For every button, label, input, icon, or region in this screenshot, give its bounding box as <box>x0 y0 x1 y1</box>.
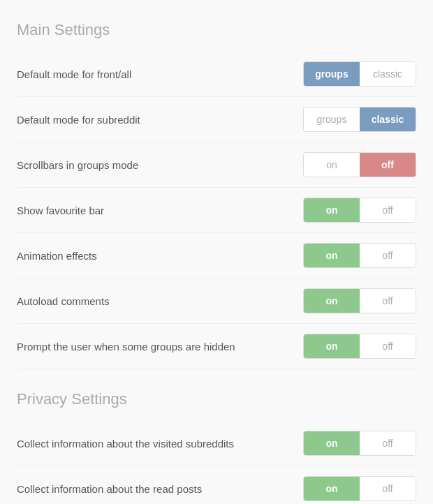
setting-label-default-mode-front: Default mode for front/all <box>17 67 254 82</box>
toggle-group-collect-visited-subreddits: onoff <box>303 431 416 456</box>
setting-row-autoload-comments: Autoload commentsonoff <box>17 279 416 324</box>
toggle-btn-animation-effects-on[interactable]: on <box>304 244 360 267</box>
privacy-settings-section: Privacy Settings Collect information abo… <box>17 390 416 504</box>
toggle-group-default-mode-front: groupsclassic <box>303 61 416 87</box>
setting-row-collect-visited-subreddits: Collect information about the visited su… <box>17 421 416 466</box>
setting-row-prompt-hidden-groups: Prompt the user when some groups are hid… <box>17 324 416 369</box>
setting-row-collect-read-posts: Collect information about the read posts… <box>17 466 416 504</box>
toggle-btn-collect-visited-subreddits-off[interactable]: off <box>360 431 416 455</box>
privacy-settings-title: Privacy Settings <box>17 390 416 408</box>
toggle-btn-show-favourite-bar-off[interactable]: off <box>360 198 416 222</box>
main-settings-section: Main Settings Default mode for front/all… <box>17 21 416 369</box>
setting-label-collect-visited-subreddits: Collect information about the visited su… <box>17 436 254 451</box>
setting-label-prompt-hidden-groups: Prompt the user when some groups are hid… <box>17 339 254 354</box>
toggle-group-show-favourite-bar: onoff <box>303 198 416 223</box>
toggle-btn-prompt-hidden-groups-off[interactable]: off <box>360 334 416 358</box>
toggle-btn-default-mode-front-classic[interactable]: classic <box>360 62 416 86</box>
main-settings-list: Default mode for front/allgroupsclassicD… <box>17 52 416 369</box>
toggle-btn-collect-read-posts-off[interactable]: off <box>360 477 416 501</box>
toggle-group-animation-effects: onoff <box>303 243 416 268</box>
toggle-btn-show-favourite-bar-on[interactable]: on <box>304 198 360 222</box>
toggle-btn-collect-visited-subreddits-on[interactable]: on <box>304 431 360 455</box>
toggle-btn-default-mode-subreddit-classic[interactable]: classic <box>360 108 416 131</box>
toggle-btn-prompt-hidden-groups-on[interactable]: on <box>304 334 360 358</box>
privacy-settings-list: Collect information about the visited su… <box>17 421 416 504</box>
setting-label-collect-read-posts: Collect information about the read posts <box>17 482 254 496</box>
setting-row-show-favourite-bar: Show favourite baronoff <box>17 188 416 233</box>
setting-row-default-mode-front: Default mode for front/allgroupsclassic <box>17 52 416 97</box>
toggle-group-collect-read-posts: onoff <box>303 476 416 501</box>
toggle-btn-default-mode-subreddit-groups[interactable]: groups <box>304 108 360 131</box>
toggle-group-scrollbars-groups-mode: onoff <box>303 152 416 177</box>
setting-row-animation-effects: Animation effectsonoff <box>17 233 416 279</box>
setting-label-default-mode-subreddit: Default mode for subreddit <box>17 112 254 127</box>
toggle-group-autoload-comments: onoff <box>303 288 416 313</box>
toggle-group-prompt-hidden-groups: onoff <box>303 334 416 359</box>
main-settings-title: Main Settings <box>17 21 416 39</box>
toggle-btn-collect-read-posts-on[interactable]: on <box>304 477 360 501</box>
setting-label-autoload-comments: Autoload comments <box>17 294 254 309</box>
setting-row-default-mode-subreddit: Default mode for subredditgroupsclassic <box>17 97 416 142</box>
toggle-btn-autoload-comments-on[interactable]: on <box>304 289 360 313</box>
setting-label-scrollbars-groups-mode: Scrollbars in groups mode <box>17 158 254 172</box>
toggle-group-default-mode-subreddit: groupsclassic <box>303 107 416 132</box>
toggle-btn-default-mode-front-groups[interactable]: groups <box>304 62 360 86</box>
toggle-btn-animation-effects-off[interactable]: off <box>360 244 416 267</box>
toggle-btn-scrollbars-groups-mode-off[interactable]: off <box>360 153 416 177</box>
setting-row-scrollbars-groups-mode: Scrollbars in groups modeonoff <box>17 142 416 188</box>
setting-label-animation-effects: Animation effects <box>17 249 254 263</box>
toggle-btn-scrollbars-groups-mode-on[interactable]: on <box>304 153 360 177</box>
toggle-btn-autoload-comments-off[interactable]: off <box>360 289 416 313</box>
setting-label-show-favourite-bar: Show favourite bar <box>17 203 254 218</box>
